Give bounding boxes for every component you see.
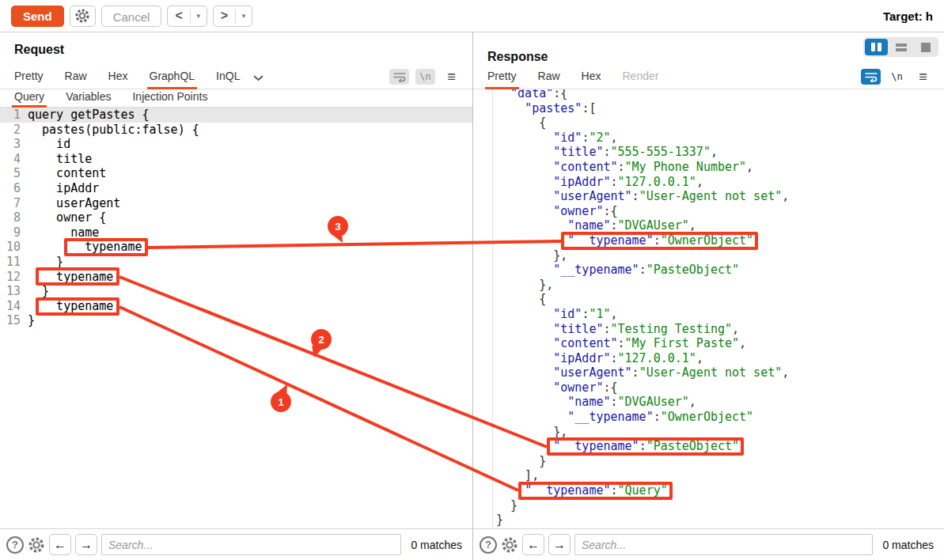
- response-code-line: "title":"555-555-1337",: [473, 145, 944, 160]
- request-search-bar: ? ← → 0 matches: [0, 528, 472, 560]
- forward-arrow-icon: >: [214, 6, 235, 26]
- layout-rows-button[interactable]: [889, 39, 912, 55]
- tab-graphql[interactable]: GraphQL: [150, 70, 195, 89]
- response-code-line: "__typename":"Query": [473, 483, 944, 498]
- cancel-button[interactable]: Cancel: [101, 6, 162, 27]
- tab-query[interactable]: Query: [14, 90, 44, 107]
- editor-menu-icon[interactable]: ≡: [442, 69, 461, 85]
- line-number: 7: [0, 196, 21, 211]
- response-code-line: "content":"My First Paste",: [473, 336, 944, 351]
- line-number: 9: [0, 225, 21, 240]
- tabs-overflow-chevron-icon[interactable]: [253, 75, 263, 89]
- soft-wrap-icon[interactable]: [389, 69, 409, 85]
- search-settings-gear-icon[interactable]: [501, 536, 518, 554]
- request-code-line: 10 __typename: [0, 240, 472, 255]
- response-code-line: "__typename":"PasteObject": [473, 263, 944, 278]
- search-prev-button[interactable]: ←: [522, 534, 544, 555]
- layout-columns-button[interactable]: [865, 39, 888, 55]
- request-code-line: 3 id: [0, 137, 472, 152]
- help-icon[interactable]: ?: [480, 536, 497, 554]
- search-next-button[interactable]: →: [548, 534, 571, 555]
- history-back-button[interactable]: < ▼: [167, 6, 207, 27]
- history-forward-button[interactable]: > ▼: [213, 6, 252, 27]
- request-settings-gear-button[interactable]: [70, 6, 96, 27]
- response-tab-bar: PrettyRawHexRender \n ≡: [473, 66, 944, 89]
- top-toolbar: Send Cancel < ▼ > ▼ Target: h: [0, 0, 944, 32]
- request-code-line: 14 __typename: [0, 299, 472, 314]
- gear-icon: [74, 8, 90, 24]
- search-settings-gear-icon[interactable]: [28, 536, 45, 554]
- panel-divider[interactable]: [472, 32, 473, 560]
- tab-pretty[interactable]: Pretty: [487, 70, 517, 89]
- response-code-line: "name":"DVGAUser",: [473, 218, 944, 233]
- target-label: Target: h: [883, 9, 933, 23]
- response-code-line: }: [473, 498, 944, 513]
- soft-wrap-icon[interactable]: [861, 69, 881, 85]
- line-number: 6: [0, 181, 21, 196]
- layout-single-button[interactable]: [914, 39, 937, 55]
- response-code-line: {: [473, 115, 944, 131]
- help-icon[interactable]: ?: [6, 536, 24, 554]
- line-number: 2: [0, 123, 21, 138]
- response-code-line: },: [473, 425, 944, 440]
- request-code-line: 8 owner {: [0, 210, 472, 225]
- response-code-line: },: [473, 248, 944, 263]
- request-code-line: 7 userAgent: [0, 196, 472, 211]
- line-number: 1: [0, 108, 21, 123]
- line-number: 4: [0, 152, 21, 167]
- tab-raw[interactable]: Raw: [65, 70, 87, 89]
- line-number: 5: [0, 166, 21, 181]
- tab-pretty[interactable]: Pretty: [14, 70, 44, 89]
- response-viewer[interactable]: "data":{ "pastes":[ { "id":"2", "title":…: [473, 86, 944, 528]
- tab-hex[interactable]: Hex: [582, 70, 601, 89]
- request-search-input[interactable]: [101, 534, 401, 555]
- response-code-line: "userAgent":"User-Agent not set",: [473, 365, 944, 380]
- line-number: 10: [0, 240, 21, 255]
- response-code-line: "title":"Testing Testing",: [473, 322, 944, 337]
- request-code-line: 5 content: [0, 166, 472, 181]
- response-code-line: "__typename":"OwnerObject": [473, 410, 944, 425]
- back-dropdown-icon[interactable]: ▼: [191, 6, 207, 26]
- graphql-subtab-bar: QueryVariablesInjection Points: [0, 89, 472, 108]
- tab-hex[interactable]: Hex: [108, 70, 128, 89]
- response-code-line: "owner":{: [473, 380, 944, 395]
- request-code-line: 1query getPastes {: [0, 108, 472, 123]
- back-arrow-icon: <: [168, 6, 189, 26]
- tab-inql[interactable]: InQL: [216, 70, 240, 89]
- request-code-line: 12 __typename: [0, 270, 472, 285]
- send-button[interactable]: Send: [11, 6, 64, 27]
- line-number: 15: [0, 313, 21, 328]
- line-number: 14: [0, 299, 21, 314]
- line-number: 8: [0, 210, 21, 225]
- tab-raw[interactable]: Raw: [538, 70, 560, 89]
- newline-display-icon[interactable]: \n: [415, 69, 435, 85]
- tab-render[interactable]: Render: [623, 70, 659, 89]
- request-code-line: 4 title: [0, 152, 472, 167]
- response-code-line: }: [473, 454, 944, 469]
- tab-variables[interactable]: Variables: [66, 90, 111, 107]
- request-panel: Request PrettyRawHexGraphQLInQL \n ≡ Que…: [0, 32, 472, 560]
- response-code-line: "id":"1",: [473, 307, 944, 322]
- response-search-input[interactable]: [574, 534, 873, 555]
- line-number: 12: [0, 270, 21, 285]
- search-prev-button[interactable]: ←: [49, 534, 71, 555]
- tab-injection-points[interactable]: Injection Points: [132, 90, 207, 107]
- search-next-button[interactable]: →: [75, 534, 97, 555]
- request-code-line: 13 }: [0, 284, 472, 299]
- request-title: Request: [14, 43, 64, 57]
- request-code-line: 9 name: [0, 225, 472, 240]
- response-code-line: "userAgent":"User-Agent not set",: [473, 189, 944, 204]
- response-code-line: "content":"My Phone Number",: [473, 160, 944, 175]
- editor-menu-icon[interactable]: ≡: [913, 69, 933, 85]
- line-number: 3: [0, 137, 21, 152]
- request-code-line: 11 }: [0, 255, 472, 270]
- newline-display-icon[interactable]: \n: [887, 69, 907, 85]
- request-editor[interactable]: 1query getPastes {2 pastes(public:false)…: [0, 108, 472, 528]
- response-code-line: "__typename":"PasteObject": [473, 439, 944, 454]
- response-code-line: "ipAddr":"127.0.0.1",: [473, 175, 944, 190]
- response-search-bar: ? ← → 0 matches: [473, 528, 944, 560]
- response-code-line: "pastes":[: [473, 101, 944, 116]
- response-code-line: },: [473, 278, 944, 293]
- forward-dropdown-icon[interactable]: ▼: [236, 6, 252, 26]
- response-code-line: }: [473, 513, 944, 528]
